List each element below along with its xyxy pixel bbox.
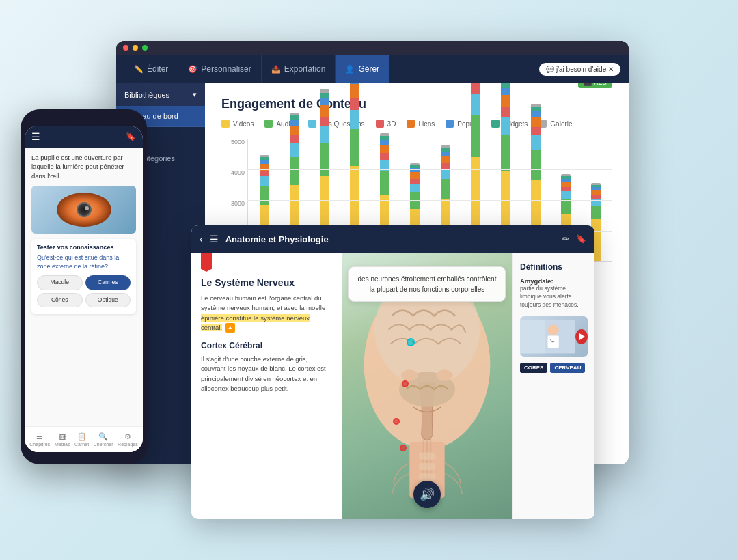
legend-item-3d: 3D [376,120,396,128]
definition-term: Amygdale: [520,277,588,285]
definitions-title: Définitions [520,262,588,272]
anatomy-image: des neurones étroitement emballés contrô… [342,253,512,519]
legend-label: Vidéos [233,120,254,128]
bottom-nav-carnet[interactable]: 📋Carnet [74,432,89,447]
definition-video[interactable] [520,316,588,357]
sound-button[interactable]: 🔊 [413,481,441,508]
overlay-para2: Il s'agit d'une couche externe de gris, … [201,354,332,393]
svg-point-12 [548,324,559,335]
bar-segment [260,176,269,186]
quiz-option-cannes[interactable]: Cannes [85,275,131,290]
bar-segment [260,164,269,171]
personnaliser-icon: 🎯 [188,65,197,74]
svg-point-5 [436,369,453,380]
sidebar-header-bibliotheques[interactable]: Bibliothèques ▾ [116,83,205,106]
tab-exportation[interactable]: 📤 Exportation [262,55,336,83]
anat-dot-1[interactable] [407,338,415,346]
bar-segment [260,171,269,176]
bar-segment [410,184,420,192]
bar-segment [380,153,390,160]
def-tag-corps[interactable]: CORPS [520,363,547,373]
svg-rect-8 [419,473,436,480]
bookmark-icon[interactable]: 🔖 [126,132,136,141]
mobile-text-intro: La pupille est une ouverture par laquell… [31,153,136,180]
highlight-marker: ▲ [226,323,235,333]
tab-gerer[interactable]: 👤 Gérer [336,55,390,83]
def-tag-cerveau[interactable]: CERVEAU [550,363,585,373]
bar-segment [531,150,541,180]
anat-dot-3[interactable] [393,418,400,425]
bar-segment [350,98,359,110]
anat-dot-2[interactable] [402,380,409,387]
bar-segment [531,135,541,150]
eye-illustration [57,193,111,227]
bar-segment [320,93,329,98]
bar-segment [501,107,510,117]
hamburger-icon[interactable]: ☰ [31,131,40,142]
bar-segment [471,94,480,115]
overlay-highlighted-text: épinière constitue le système nerveux ce… [201,314,310,331]
bottom-nav-médias[interactable]: 🖼Médias [55,433,70,447]
definition-tags: CORPSCERVEAU [520,363,588,373]
legend-dot [407,120,415,128]
tab-personnaliser-label: Personnaliser [201,64,251,74]
exportation-icon: 📤 [271,65,281,74]
bar-segment [561,199,571,214]
xls-button[interactable]: ⬛ XLS [578,83,612,88]
legend-dot [446,120,454,128]
bar-segment [441,163,450,169]
quiz-option-cônes[interactable]: Cônes [37,293,83,308]
bar-segment [501,88,510,95]
nav-icon: 📋 [77,432,87,441]
sidebar-header-label: Bibliothèques [124,91,169,99]
bottom-nav-réglages[interactable]: ⚙Réglages [118,432,138,447]
test-section: Testez vos connaissances Qu'est-ce qui e… [31,239,136,315]
y-label: 4000 [231,169,245,176]
bar-segment [290,126,299,135]
definition-text: partie du système limbique vous alerte t… [520,285,588,309]
video-thumbnail [520,316,575,357]
bar-segment [350,110,359,129]
overlay-para1: Le cerveau humain est l'organe central d… [201,294,332,333]
bar-segment [561,182,571,187]
y-label: 5000 [231,139,245,145]
help-button[interactable]: 💬 j'ai besoin d'aide ✕ [539,63,620,76]
anat-dot-4[interactable] [400,445,407,451]
gerer-icon: 👤 [345,65,355,74]
play-button[interactable] [575,329,588,344]
tab-editer[interactable]: ✏️ Éditer [124,55,178,83]
overlay-heading1: Le Système Nerveux [201,277,332,288]
tab-personnaliser[interactable]: 🎯 Personnaliser [178,55,261,83]
nav-label: Réglages [118,442,138,447]
content-overlay: ‹ ☰ Anatomie et Physiologie ✏ 🔖 Le Systè… [191,225,594,519]
bar-segment [290,143,299,157]
overlay-bookmark-button[interactable]: 🔖 [576,234,586,244]
quiz-option-macule[interactable]: Macule [37,275,83,290]
desktop-navbar: ✏️ Éditer 🎯 Personnaliser 📤 Exportation … [116,55,629,83]
bottom-nav-chapitres[interactable]: ☰Chapitres [29,432,50,447]
overlay-heading2: Cortex Cérébral [201,341,332,350]
nav-label: Chercher [94,442,113,447]
overlay-menu-button[interactable]: ☰ [210,234,219,244]
tab-editer-label: Éditer [147,64,168,74]
mobile-top-bar: ☰ 🔖 [25,126,143,148]
overlay-back-button[interactable]: ‹ [200,234,203,244]
tab-gerer-label: Gérer [358,64,379,74]
overlay-header: ‹ ☰ Anatomie et Physiologie ✏ 🔖 [191,225,594,253]
bar-segment [501,135,510,171]
mobile-eye-image [31,186,136,234]
bar-segment [380,145,390,153]
chart-legend: VidéosAudiosDes Questions3DLiensPopupsWi… [221,120,612,128]
tab-exportation-label: Exportation [284,64,326,74]
quiz-option-optique[interactable]: Optique [85,293,131,308]
overlay-edit-button[interactable]: ✏ [562,234,569,244]
chevron-down-icon: ▾ [193,90,197,99]
help-label: 💬 j'ai besoin d'aide ✕ [546,66,614,73]
nav-label: Carnet [74,442,89,447]
bar-segment [561,191,571,199]
quiz-buttons: MaculeCannesCônesOptique [37,275,131,308]
svg-rect-7 [419,463,436,470]
overlay-para1-text: Le cerveau humain est l'organe central d… [201,294,325,311]
bottom-nav-chercher[interactable]: 🔍Chercher [94,432,113,447]
chart-grid-line [247,169,612,170]
